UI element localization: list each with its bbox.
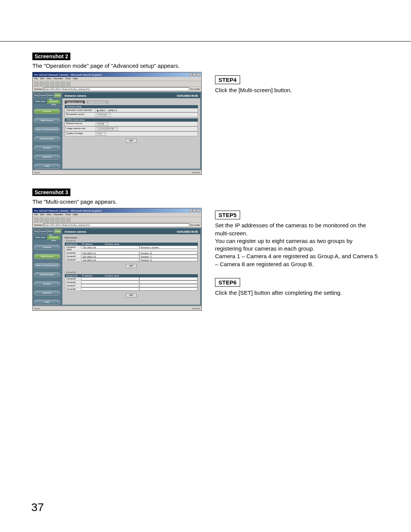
menu-view[interactable]: View: [46, 213, 51, 216]
search-icon[interactable]: [61, 218, 65, 222]
menu-edit[interactable]: Edit: [40, 77, 44, 80]
menu-file[interactable]: File: [34, 213, 38, 216]
name-input[interactable]: [139, 288, 198, 291]
ip-input[interactable]: 192.168.0.13: [81, 258, 139, 261]
minimize-icon[interactable]: -: [189, 73, 193, 76]
sidebar-item-network[interactable]: Network: [34, 155, 60, 160]
sidebar-item-system[interactable]: System: [34, 281, 60, 286]
sidebar-item-multiscreen[interactable]: Multi-screen: [34, 254, 60, 259]
home-icon[interactable]: [56, 218, 60, 222]
back-icon[interactable]: [34, 218, 38, 222]
menu-tools[interactable]: Tools: [65, 213, 71, 216]
menu-tools[interactable]: Tools: [65, 77, 71, 80]
favorites-icon[interactable]: [66, 82, 70, 86]
subtab-advanced[interactable]: Advanced setup: [47, 100, 60, 104]
refresh-icon[interactable]: [50, 82, 54, 86]
window-buttons-3: -□×: [189, 209, 200, 212]
menu-help[interactable]: Help: [73, 77, 78, 80]
radio-jpeg[interactable]: JPEG: [97, 109, 105, 112]
tab-setup[interactable]: Setup: [54, 93, 61, 97]
col-ip: IP address: [81, 274, 104, 277]
menu-edit[interactable]: Edit: [40, 213, 44, 216]
step5-text: Set the IP addresses of the cameras to b…: [215, 222, 379, 268]
stop-icon[interactable]: [45, 218, 49, 222]
select-refresh[interactable]: Middle: [97, 122, 108, 126]
table-row: Camera8: [65, 288, 198, 291]
row-size-label: Image capture size: [65, 127, 96, 131]
menu-file[interactable]: File: [34, 77, 38, 80]
set-button-a[interactable]: SET: [126, 264, 137, 268]
name-input[interactable]: [139, 284, 198, 287]
close-icon[interactable]: ×: [197, 73, 200, 76]
select-bandwidth[interactable]: Unlimited: [97, 113, 111, 117]
select-quality[interactable]: Fine: [97, 132, 106, 136]
name-input[interactable]: Position_C: [139, 255, 198, 258]
ip-input[interactable]: [81, 281, 139, 284]
go-button[interactable]: Go: [190, 88, 193, 90]
address-input[interactable]: http://192.168.0.10/admin/index_setting.…: [44, 87, 189, 91]
sidebar-item-alarm[interactable]: Alarm & Transmission: [34, 127, 60, 132]
minimize-icon[interactable]: -: [189, 209, 193, 212]
menu-help[interactable]: Help: [73, 213, 78, 216]
favorites-icon[interactable]: [66, 218, 70, 222]
go-button[interactable]: Go: [190, 224, 193, 226]
sidebar-item-camera[interactable]: Camera: [34, 109, 60, 114]
back-icon[interactable]: [34, 82, 38, 86]
sidebar-item-camera[interactable]: Camera: [34, 245, 60, 250]
tab-top[interactable]: Top: [34, 229, 38, 233]
tab-top[interactable]: Top: [34, 93, 38, 97]
set-button-b[interactable]: SET: [126, 293, 137, 297]
subtab-basic[interactable]: Basic setup: [34, 100, 47, 104]
sidebar-item-auth[interactable]: Authentication: [34, 136, 60, 141]
sidebar-item-system[interactable]: System: [34, 145, 60, 150]
minitab-opmode[interactable]: Operation mode: [65, 101, 85, 104]
address-input[interactable]: http://192.168.0.10/admin/index_setting.…: [44, 223, 189, 227]
maximize-icon[interactable]: □: [193, 73, 196, 76]
name-input[interactable]: [139, 277, 198, 280]
stop-icon[interactable]: [45, 82, 49, 86]
minitab-imgadj[interactable]: Image adjustment: [86, 101, 108, 104]
sidebar-item-help[interactable]: Help: [34, 300, 60, 305]
ip-input[interactable]: [81, 277, 139, 280]
subtab-advanced[interactable]: Advanced setup: [47, 236, 60, 240]
maximize-icon[interactable]: □: [193, 209, 196, 212]
sidebar-item-network[interactable]: Network: [34, 291, 60, 296]
tab-setup[interactable]: Setup: [54, 229, 61, 233]
name-input[interactable]: Entrance_camera: [139, 246, 198, 249]
refresh-icon[interactable]: [50, 218, 54, 222]
tab-alarmlog[interactable]: Alarm log: [47, 93, 54, 97]
home-icon[interactable]: [56, 82, 60, 86]
menu-view[interactable]: View: [46, 77, 51, 80]
subtab-basic[interactable]: Basic setup: [34, 236, 47, 240]
search-icon[interactable]: [61, 82, 65, 86]
screenshot3-label: Screenshot 3: [32, 189, 70, 196]
forward-icon[interactable]: [40, 82, 44, 86]
sidebar-item-alarm[interactable]: Alarm & Transmission: [34, 263, 60, 268]
col-ip: IP address: [81, 243, 104, 246]
name-input[interactable]: Position_D: [139, 258, 198, 261]
header-date: 01/01/2002 00:00: [177, 230, 198, 233]
header-title: Entrance camera: [65, 230, 86, 233]
select-size[interactable]: QVGA(320x240): [97, 127, 118, 131]
tab-control[interactable]: Control: [39, 93, 47, 97]
step6-label: STEP6: [215, 278, 240, 287]
sidebar-item-multiscreen[interactable]: Multi-screen: [34, 118, 60, 123]
menu-favorites[interactable]: Favorites: [54, 213, 63, 216]
close-icon[interactable]: ×: [197, 209, 200, 212]
name-input[interactable]: Position_B: [139, 251, 198, 254]
menu-favorites[interactable]: Favorites: [54, 77, 63, 80]
ip-input[interactable]: 192.168.0.11: [81, 251, 139, 254]
set-button[interactable]: SET: [126, 139, 137, 143]
sidebar-item-help[interactable]: Help: [34, 164, 60, 169]
tab-alarmlog[interactable]: Alarm log: [47, 229, 54, 233]
forward-icon[interactable]: [40, 218, 44, 222]
section-jpeg-setup: JPEG mode setup: [65, 118, 198, 121]
ip-input[interactable]: [81, 288, 139, 291]
ip-input[interactable]: 192.168.0.30: [81, 246, 139, 249]
ip-input[interactable]: [81, 284, 139, 287]
tab-control[interactable]: Control: [39, 229, 47, 233]
sidebar-item-auth[interactable]: Authentication: [34, 272, 60, 277]
ip-input[interactable]: 192.168.0.12: [81, 255, 139, 258]
name-input[interactable]: [139, 281, 198, 284]
radio-mpeg4[interactable]: MPEG-4: [106, 109, 117, 112]
